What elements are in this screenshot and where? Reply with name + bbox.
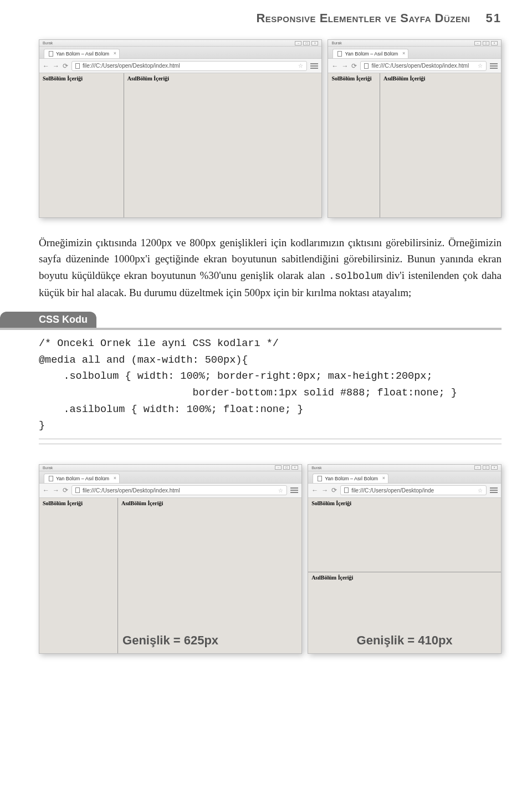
tab-title: Yan Bölüm – Asıl Bölüm (56, 51, 109, 57)
reload-icon[interactable]: ⟳ (63, 62, 68, 70)
minimize-icon[interactable]: – (275, 465, 282, 470)
document-icon (49, 51, 53, 57)
tab-close-icon[interactable]: × (402, 50, 405, 56)
window-user-label: Burak (43, 466, 53, 470)
url-input[interactable]: file:///C:/Users/open/Desktop/index.html… (71, 485, 287, 495)
main-column: AsılBölüm İçeriği (124, 73, 322, 217)
menu-icon[interactable] (490, 487, 498, 493)
left-column-label: SolBölüm İçeriği (39, 498, 117, 509)
reload-icon[interactable]: ⟳ (331, 486, 337, 494)
top-section: SolBölüm İçeriği (308, 498, 501, 572)
figure-top: Burak – □ × Yan Bölüm – Asıl Bölüm × ← →… (39, 39, 502, 218)
titlebar: Burak – □ × (328, 40, 501, 47)
css-badge: CSS Kodu (0, 312, 96, 328)
menu-icon[interactable] (310, 63, 318, 69)
maximize-icon[interactable]: □ (283, 465, 290, 470)
url-input[interactable]: file:///C:/Users/open/Desktop/inde ☆ (340, 485, 487, 495)
window-user-label: Burak (331, 41, 341, 45)
page-icon (344, 487, 349, 493)
window-user-label: Burak (43, 41, 53, 45)
browser-window-2: Burak – □ × Yan Bölüm – Asıl Bölüm × ← →… (328, 39, 502, 218)
page-viewport: SolBölüm İçeriği AsılBölüm İçeriği Geniş… (39, 498, 301, 653)
minimize-icon[interactable]: – (295, 41, 301, 45)
left-column-label: SolBölüm İçeriği (39, 73, 124, 84)
page-icon (364, 63, 369, 69)
menu-icon[interactable] (290, 487, 298, 493)
figure-bottom: Burak – □ × Yan Bölüm – Asıl Bölüm × ← →… (39, 464, 502, 654)
section-title: Responsive Elementler ve Sayfa Düzeni (256, 11, 470, 26)
back-icon[interactable]: ← (311, 486, 318, 494)
back-icon[interactable]: ← (43, 486, 49, 494)
forward-icon[interactable]: → (321, 486, 328, 494)
close-icon[interactable]: × (291, 465, 298, 470)
url-text: file:///C:/Users/open/Desktop/index.html (83, 63, 180, 69)
browser-window-4: Burak – □ × Yan Bölüm – Asıl Bölüm × ← →… (308, 464, 502, 654)
maximize-icon[interactable]: □ (483, 465, 489, 470)
bookmark-star-icon[interactable]: ☆ (478, 487, 483, 494)
titlebar: Burak – □ × (308, 465, 501, 471)
document-icon (337, 51, 342, 57)
maximize-icon[interactable]: □ (483, 41, 489, 45)
left-column: SolBölüm İçeriği (39, 73, 124, 217)
back-icon[interactable]: ← (331, 62, 338, 70)
left-column: SolBölüm İçeriği (39, 498, 118, 653)
width-annotation: Genişlik = 625px (122, 633, 218, 648)
page-icon (75, 487, 80, 493)
main-column: AsılBölüm İçeriği (380, 73, 501, 217)
tab-bar: Yan Bölüm – Asıl Bölüm × (39, 471, 301, 484)
address-bar: ← → ⟳ file:///C:/Users/open/Desktop/inde… (39, 484, 301, 498)
page-number: 51 (486, 11, 502, 26)
tab-title: Yan Bölüm – Asıl Bölüm (325, 476, 378, 481)
main-column: AsılBölüm İçeriği (118, 498, 301, 653)
forward-icon[interactable]: → (53, 62, 59, 70)
menu-icon[interactable] (490, 63, 498, 69)
bookmark-star-icon[interactable]: ☆ (298, 63, 303, 69)
close-icon[interactable]: × (491, 41, 498, 45)
left-column: SolBölüm İçeriği (328, 73, 380, 217)
back-icon[interactable]: ← (43, 62, 49, 70)
browser-tab[interactable]: Yan Bölüm – Asıl Bölüm × (332, 49, 408, 58)
browser-tab[interactable]: Yan Bölüm – Asıl Bölüm × (44, 474, 120, 483)
width-annotation: Genişlik = 410px (357, 633, 453, 648)
rule (39, 444, 502, 444)
tab-close-icon[interactable]: × (114, 475, 116, 481)
minimize-icon[interactable]: – (474, 465, 481, 470)
document-icon (318, 476, 322, 481)
tab-close-icon[interactable]: × (382, 475, 385, 481)
left-column-label: SolBölüm İçeriği (328, 73, 379, 84)
main-column-label: AsılBölüm İçeriği (380, 73, 501, 84)
page-viewport: SolBölüm İçeriği AsılBölüm İçeriği (39, 73, 321, 217)
maximize-icon[interactable]: □ (303, 41, 310, 45)
bookmark-star-icon[interactable]: ☆ (278, 487, 283, 494)
document-icon (49, 476, 53, 481)
url-input[interactable]: file:///C:/Users/open/Desktop/index.html… (71, 61, 307, 71)
minimize-icon[interactable]: – (474, 41, 481, 45)
address-bar: ← → ⟳ file:///C:/Users/open/Desktop/inde… (308, 484, 501, 498)
close-icon[interactable]: × (491, 465, 498, 470)
main-column-label: AsılBölüm İçeriği (118, 498, 301, 509)
tab-bar: Yan Bölüm – Asıl Bölüm × (328, 47, 501, 59)
page-header: Responsive Elementler ve Sayfa Düzeni 51 (39, 11, 502, 26)
left-column-label: SolBölüm İçeriği (308, 498, 501, 509)
tab-title: Yan Bölüm – Asıl Bölüm (345, 51, 398, 57)
browser-window-3: Burak – □ × Yan Bölüm – Asıl Bölüm × ← →… (39, 464, 302, 654)
css-code-section: CSS Kodu /* Onceki Ornek ile ayni CSS ko… (39, 312, 502, 444)
titlebar: Burak – □ × (39, 465, 301, 471)
forward-icon[interactable]: → (53, 486, 59, 494)
inline-code: .solbolum (329, 271, 382, 282)
reload-icon[interactable]: ⟳ (63, 486, 68, 494)
main-column-label: AsılBölüm İçeriği (124, 73, 322, 84)
browser-tab[interactable]: Yan Bölüm – Asıl Bölüm × (44, 49, 120, 58)
close-icon[interactable]: × (311, 41, 318, 45)
url-input[interactable]: file:///C:/Users/open/Desktop/index.html… (360, 61, 487, 71)
url-text: file:///C:/Users/open/Desktop/index.html (371, 63, 469, 69)
address-bar: ← → ⟳ file:///C:/Users/open/Desktop/inde… (39, 59, 321, 73)
main-column-label: AsılBölüm İçeriği (308, 572, 501, 583)
reload-icon[interactable]: ⟳ (351, 62, 357, 70)
forward-icon[interactable]: → (341, 62, 348, 70)
page-viewport: SolBölüm İçeriği AsılBölüm İçeriği Geniş… (308, 498, 501, 653)
url-text: file:///C:/Users/open/Desktop/index.html (83, 487, 180, 494)
tab-close-icon[interactable]: × (114, 50, 116, 56)
bookmark-star-icon[interactable]: ☆ (478, 63, 483, 69)
browser-tab[interactable]: Yan Bölüm – Asıl Bölüm × (313, 474, 388, 483)
